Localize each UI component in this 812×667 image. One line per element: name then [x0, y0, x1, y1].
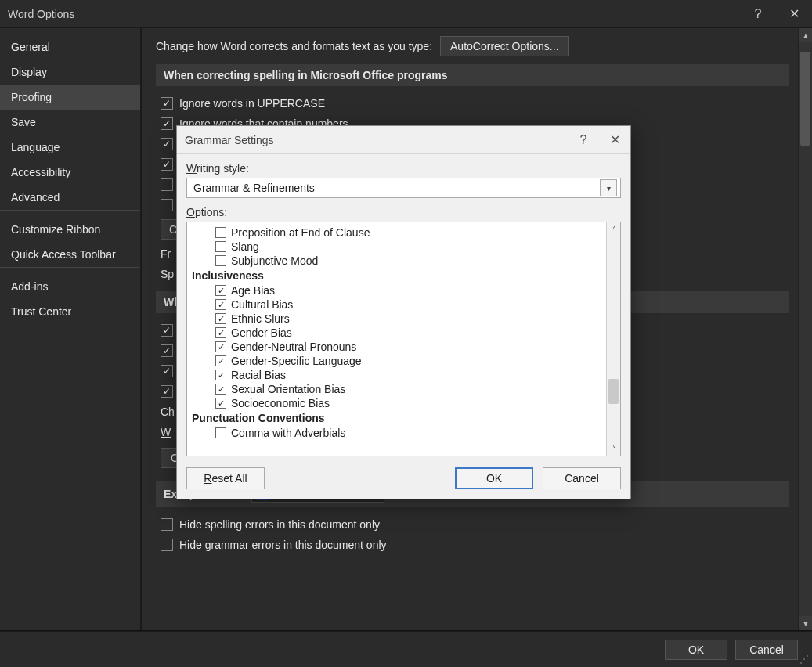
- dialog-ok-button[interactable]: OK: [455, 467, 533, 489]
- writing-style-dropdown[interactable]: Grammar & Refinements ▾: [186, 178, 621, 198]
- sidebar-item-display[interactable]: Display: [0, 59, 140, 85]
- spelling-option-checkbox[interactable]: ✓: [161, 138, 173, 150]
- close-icon: ✕: [610, 132, 620, 147]
- sidebar-item-add-ins[interactable]: Add-ins: [0, 274, 140, 299]
- dialog-close-button[interactable]: ✕: [599, 126, 630, 154]
- hide-grammar-label: Hide grammar errors in this document onl…: [179, 539, 387, 551]
- sidebar-item-save[interactable]: Save: [0, 110, 140, 135]
- sidebar-item-customize-ribbon[interactable]: Customize Ribbon: [0, 217, 140, 242]
- sidebar-item-advanced[interactable]: Advanced: [0, 185, 140, 210]
- help-button[interactable]: ?: [740, 0, 776, 28]
- help-icon: ?: [755, 7, 762, 21]
- spelling-option-checkbox[interactable]: [161, 178, 173, 191]
- resize-grip-icon[interactable]: ⋰: [799, 654, 810, 665]
- sidebar-item-quick-access-toolbar[interactable]: Quick Access Toolbar: [0, 242, 140, 267]
- dialog-titlebar: Grammar Settings ? ✕: [177, 126, 630, 154]
- option-item: ✓Socioeconomic Bias: [192, 396, 604, 410]
- hide-spelling-checkbox[interactable]: [161, 518, 173, 531]
- option-item: ✓Gender-Neutral Pronouns: [192, 340, 604, 354]
- option-checkbox[interactable]: ✓: [215, 285, 226, 296]
- window-title: Word Options: [8, 8, 74, 20]
- option-group-heading: Punctuation Conventions: [192, 410, 604, 426]
- close-button[interactable]: ✕: [776, 0, 812, 28]
- dialog-title: Grammar Settings: [185, 134, 274, 146]
- spelling-option-row: ✓Ignore words in UPPERCASE: [156, 94, 789, 114]
- option-label: Slang: [231, 240, 259, 253]
- sidebar: GeneralDisplayProofingSaveLanguageAccess…: [0, 28, 141, 630]
- grammar-option-checkbox[interactable]: ✓: [161, 365, 173, 377]
- option-label: Sexual Orientation Bias: [231, 383, 345, 395]
- chevron-down-icon: ▾: [600, 179, 617, 196]
- spelling-option-checkbox[interactable]: [161, 199, 173, 211]
- option-item: ✓Sexual Orientation Bias: [192, 382, 604, 396]
- option-label: Socioeconomic Bias: [231, 397, 330, 409]
- window-titlebar: Word Options ? ✕: [0, 0, 812, 28]
- option-label: Comma with Adverbials: [231, 427, 345, 439]
- option-checkbox[interactable]: [215, 241, 226, 252]
- sidebar-item-accessibility[interactable]: Accessibility: [0, 160, 140, 185]
- scroll-thumb[interactable]: [608, 379, 619, 404]
- writing-style-label: WWriting style:riting style:: [186, 162, 621, 175]
- help-icon: ?: [580, 133, 587, 147]
- option-checkbox[interactable]: ✓: [215, 313, 226, 324]
- option-label: Ethnic Slurs: [231, 312, 290, 325]
- spelling-option-label: Ignore words in UPPERCASE: [179, 97, 325, 110]
- scroll-up-icon[interactable]: ▲: [799, 28, 812, 42]
- hide-spelling-label: Hide spelling errors in this document on…: [179, 518, 380, 531]
- option-label: Age Bias: [231, 284, 275, 297]
- option-checkbox[interactable]: ✓: [215, 355, 226, 366]
- option-label: Preposition at End of Clause: [231, 226, 370, 239]
- sidebar-item-proofing[interactable]: Proofing: [0, 85, 140, 110]
- option-label: Cultural Bias: [231, 298, 293, 311]
- intro-text: Change how Word corrects and formats tex…: [156, 40, 432, 52]
- option-checkbox[interactable]: [215, 255, 226, 266]
- close-icon: ✕: [789, 6, 799, 21]
- option-label: Racial Bias: [231, 369, 286, 381]
- option-checkbox[interactable]: [215, 227, 226, 238]
- sidebar-item-general[interactable]: General: [0, 34, 140, 59]
- spelling-option-checkbox[interactable]: ✓: [161, 97, 173, 110]
- grammar-settings-dialog: Grammar Settings ? ✕ WWriting style:riti…: [176, 125, 631, 499]
- spelling-option-checkbox[interactable]: ✓: [161, 158, 173, 171]
- option-item: Subjunctive Mood: [192, 254, 604, 268]
- spelling-option-checkbox[interactable]: ✓: [161, 117, 173, 130]
- option-group-heading: Inclusiveness: [192, 268, 604, 283]
- sidebar-item-language[interactable]: Language: [0, 135, 140, 160]
- option-checkbox[interactable]: ✓: [215, 398, 226, 409]
- dialog-help-button[interactable]: ?: [568, 126, 599, 154]
- option-checkbox[interactable]: ✓: [215, 327, 226, 338]
- option-checkbox[interactable]: [215, 427, 226, 438]
- option-checkbox[interactable]: ✓: [215, 370, 226, 380]
- cancel-button[interactable]: Cancel: [735, 640, 798, 660]
- option-label: Gender-Specific Language: [231, 355, 362, 367]
- hide-grammar-checkbox[interactable]: [161, 539, 173, 551]
- option-item: ✓Gender-Specific Language: [192, 354, 604, 368]
- option-item: ✓Ethnic Slurs: [192, 312, 604, 326]
- option-label: Subjunctive Mood: [231, 254, 318, 267]
- option-checkbox[interactable]: ✓: [215, 384, 226, 395]
- grammar-option-checkbox[interactable]: ✓: [161, 344, 173, 357]
- ok-button[interactable]: OK: [665, 640, 727, 660]
- main-scrollbar[interactable]: ▲ ▼: [798, 28, 812, 630]
- autocorrect-options-button[interactable]: AutoCorrect Options...: [440, 36, 569, 56]
- grammar-option-checkbox[interactable]: ✓: [161, 385, 173, 398]
- reset-all-button[interactable]: RReset Alleset All: [186, 467, 265, 489]
- options-scrollbar[interactable]: ˄ ˅: [606, 222, 620, 456]
- sidebar-item-trust-center[interactable]: Trust Center: [0, 299, 140, 324]
- scroll-thumb[interactable]: [800, 52, 810, 146]
- grammar-option-checkbox[interactable]: ✓: [161, 324, 173, 337]
- scroll-up-icon[interactable]: ˄: [607, 222, 621, 236]
- option-item: ✓Racial Bias: [192, 368, 604, 382]
- option-item: ✓Cultural Bias: [192, 297, 604, 312]
- scroll-down-icon[interactable]: ▼: [799, 616, 812, 630]
- footer-bar: OK Cancel: [0, 631, 812, 667]
- show-readability-link[interactable]: W: [161, 426, 171, 438]
- option-item: Preposition at End of Clause: [192, 225, 604, 240]
- option-item: ✓Gender Bias: [192, 326, 604, 340]
- option-label: Gender-Neutral Pronouns: [231, 341, 356, 353]
- scroll-down-icon[interactable]: ˅: [607, 442, 621, 456]
- dialog-cancel-button[interactable]: Cancel: [543, 467, 621, 489]
- options-listbox: Preposition at End of ClauseSlangSubjunc…: [186, 222, 621, 456]
- option-checkbox[interactable]: ✓: [215, 299, 226, 310]
- option-checkbox[interactable]: ✓: [215, 341, 226, 352]
